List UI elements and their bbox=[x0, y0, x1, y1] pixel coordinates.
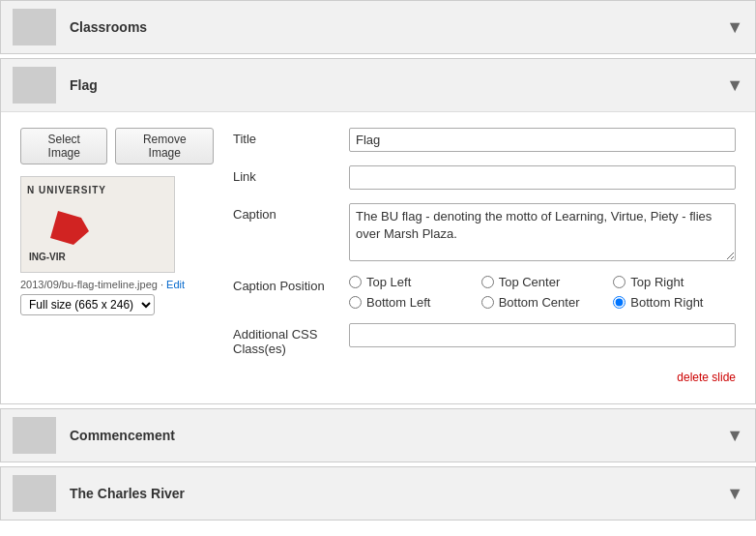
link-label: Link bbox=[233, 165, 349, 184]
css-class-label: Additional CSS Class(es) bbox=[233, 323, 349, 356]
caption-position-row: Caption Position Top Left Top Ce bbox=[233, 275, 736, 310]
css-class-input[interactable] bbox=[349, 323, 736, 347]
size-select-wrapper: Full size (665 x 246)Medium (300x111)Thu… bbox=[20, 294, 214, 315]
radio-option-bottom_right[interactable]: Bottom Right bbox=[613, 295, 736, 310]
accordion-toggle-flag: ▼ bbox=[726, 75, 743, 96]
radio-option-top_center[interactable]: Top Center bbox=[481, 275, 604, 289]
radio-option-bottom_center[interactable]: Bottom Center bbox=[481, 295, 604, 310]
remove-image-button[interactable]: Remove Image bbox=[115, 128, 214, 164]
accordion-item-classrooms: Classrooms▼ bbox=[0, 0, 756, 54]
content-inner: Select Image Remove Image 2013/09/bu-fla… bbox=[20, 128, 736, 384]
caption-label: Caption bbox=[233, 203, 349, 222]
radio-bottom_center[interactable] bbox=[481, 296, 494, 309]
thumb-charles-river bbox=[13, 475, 56, 512]
size-select[interactable]: Full size (665 x 246)Medium (300x111)Thu… bbox=[20, 294, 155, 315]
title-label: Title bbox=[233, 128, 349, 146]
caption-position-label: Caption Position bbox=[233, 275, 349, 293]
radio-label-bottom_left: Bottom Left bbox=[366, 295, 430, 310]
accordion-header-commencement[interactable]: Commencement▼ bbox=[1, 409, 755, 462]
flag-image bbox=[21, 177, 174, 272]
accordion-content-flag: Select Image Remove Image 2013/09/bu-fla… bbox=[1, 111, 755, 403]
radio-label-top_center: Top Center bbox=[499, 275, 561, 289]
thumb-flag bbox=[13, 67, 56, 104]
radio-top_right[interactable] bbox=[613, 276, 625, 288]
radio-top_left[interactable] bbox=[349, 276, 362, 288]
radio-option-top_right[interactable]: Top Right bbox=[613, 275, 736, 289]
accordion-toggle-classrooms: ▼ bbox=[726, 17, 743, 38]
radio-bottom_left[interactable] bbox=[349, 296, 362, 309]
title-input[interactable] bbox=[349, 128, 736, 152]
accordion-item-commencement: Commencement▼ bbox=[0, 408, 756, 462]
caption-row: Caption The BU flag - denoting the motto… bbox=[233, 203, 736, 261]
accordion-container: Classrooms▼Flag▼ Select Image Remove Ima… bbox=[0, 0, 756, 521]
accordion-header-flag[interactable]: Flag▼ bbox=[1, 59, 755, 111]
accordion-title-charles-river: The Charles River bbox=[70, 486, 185, 501]
accordion-title-classrooms: Classrooms bbox=[70, 19, 147, 35]
accordion-title-commencement: Commencement bbox=[70, 428, 175, 443]
accordion-item-flag: Flag▼ Select Image Remove Image 2013/09/… bbox=[0, 58, 756, 404]
right-panel: Title Link Caption The BU flag - denotin… bbox=[233, 128, 736, 384]
delete-slide-container: delete slide bbox=[233, 370, 736, 384]
image-filename: 2013/09/bu-flag-timeline.jpeg · Edit bbox=[20, 279, 214, 290]
btn-row: Select Image Remove Image bbox=[20, 128, 214, 164]
flag-bird-decoration bbox=[50, 211, 89, 245]
accordion-toggle-charles-river: ▼ bbox=[726, 484, 743, 504]
title-row: Title bbox=[233, 128, 736, 152]
thumb-classrooms bbox=[13, 9, 56, 45]
link-input[interactable] bbox=[349, 165, 736, 190]
select-image-button[interactable]: Select Image bbox=[20, 128, 107, 164]
accordion-toggle-commencement: ▼ bbox=[726, 426, 743, 446]
radio-option-bottom_left[interactable]: Bottom Left bbox=[349, 295, 472, 310]
caption-position-grid: Top Left Top Center Top Righ bbox=[349, 275, 736, 310]
accordion-title-flag: Flag bbox=[70, 77, 98, 93]
accordion-header-charles-river[interactable]: The Charles River▼ bbox=[1, 467, 755, 520]
radio-label-bottom_right: Bottom Right bbox=[630, 295, 703, 310]
css-class-row: Additional CSS Class(es) bbox=[233, 323, 736, 356]
radio-top_center[interactable] bbox=[481, 276, 494, 288]
radio-label-top_left: Top Left bbox=[366, 275, 411, 289]
link-row: Link bbox=[233, 165, 736, 190]
caption-textarea[interactable]: The BU flag - denoting the motto of Lear… bbox=[349, 203, 736, 261]
edit-link[interactable]: Edit bbox=[166, 279, 185, 290]
accordion-header-classrooms[interactable]: Classrooms▼ bbox=[1, 1, 755, 53]
delete-slide-link[interactable]: delete slide bbox=[677, 371, 736, 384]
radio-option-top_left[interactable]: Top Left bbox=[349, 275, 472, 289]
radio-bottom_right[interactable] bbox=[613, 296, 625, 309]
accordion-item-charles-river: The Charles River▼ bbox=[0, 466, 756, 521]
radio-label-bottom_center: Bottom Center bbox=[499, 295, 580, 310]
left-panel: Select Image Remove Image 2013/09/bu-fla… bbox=[20, 128, 214, 384]
radio-label-top_right: Top Right bbox=[630, 275, 683, 289]
thumb-commencement bbox=[13, 417, 56, 454]
image-preview bbox=[20, 176, 175, 273]
